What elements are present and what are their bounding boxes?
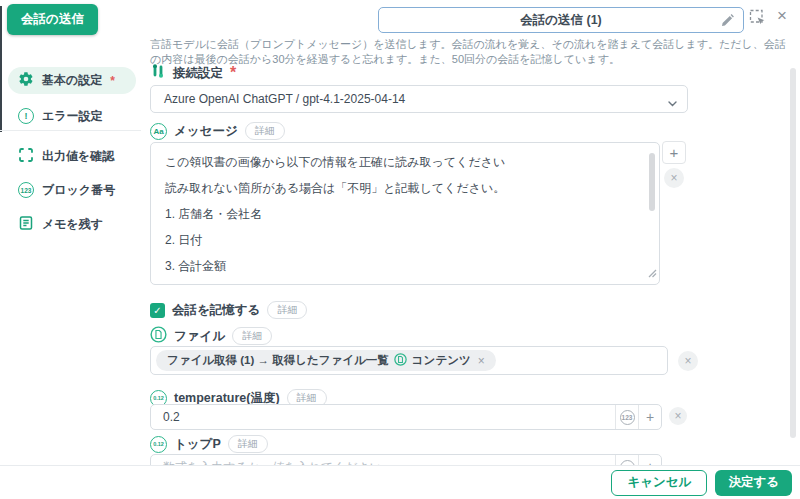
message-label: メッセージ (174, 123, 238, 140)
file-label-row: ファイル 詳細 (150, 326, 272, 346)
sidebar-divider (0, 130, 141, 131)
top-p-label-row: 0.12 トップP 詳細 (150, 434, 268, 454)
sidebar-item-label: 出力値を確認 (42, 148, 114, 165)
remove-temperature-button[interactable]: × (669, 407, 687, 425)
detail-badge[interactable]: 詳細 (232, 327, 272, 345)
add-message-button[interactable]: + (662, 141, 686, 164)
sidebar-item-label: 基本の設定 (42, 72, 102, 89)
gear-icon (18, 71, 34, 90)
sidebar-item-check-output[interactable]: 出力値を確認 (8, 145, 114, 167)
connection-select[interactable]: Azure OpenAI ChatGPT / gpt-4.1-2025-04-1… (150, 85, 688, 113)
block-title-input[interactable]: 会話の送信 (1) (378, 7, 744, 33)
file-label: ファイル (174, 328, 225, 345)
output-corners-icon (18, 147, 34, 166)
sidebar-item-error-settings[interactable]: ! エラー設定 (8, 105, 103, 127)
connection-icon (150, 63, 166, 83)
message-textarea[interactable]: この領収書の画像から以下の情報を正確に読み取ってください 読み取れない箇所がある… (150, 142, 660, 285)
detail-badge[interactable]: 詳細 (228, 435, 268, 453)
sidebar-item-label: メモを残す (42, 216, 103, 233)
dialog-scrollbar-thumb[interactable] (790, 68, 796, 438)
connection-label-row: 接続設定 * (150, 63, 236, 83)
connection-selected-value: Azure OpenAI ChatGPT / gpt-4.1-2025-04-1… (164, 92, 405, 106)
file-circle-icon (150, 326, 167, 347)
block-description: 言語モデルに会話（プロンプトメッセージ）を送信します。会話の流れを覚え、その流れ… (150, 37, 796, 67)
required-asterisk: * (230, 64, 236, 82)
select-block-icon[interactable] (749, 9, 767, 31)
detail-badge[interactable]: 詳細 (245, 122, 285, 140)
sidebar-item-block-number[interactable]: 123 ブロック番号 (8, 179, 115, 201)
chevron-down-icon (668, 96, 677, 110)
formula-123-button[interactable]: 123 (615, 405, 638, 429)
remove-token-icon[interactable]: × (478, 354, 485, 368)
decimal-012-icon: 0.12 (150, 436, 167, 453)
memo-icon (18, 215, 34, 234)
sidebar-item-label: ブロック番号 (42, 182, 115, 199)
edit-title-pencil-icon[interactable] (721, 13, 735, 30)
token-text: ファイル取得 (1) → 取得したファイル一覧 (167, 353, 389, 368)
block-title-text: 会話の送信 (1) (520, 12, 602, 29)
cancel-button[interactable]: キャンセル (611, 470, 707, 496)
temperature-value: 0.2 (151, 410, 615, 424)
connection-label: 接続設定 (173, 65, 223, 82)
add-temperature-button[interactable]: + (638, 405, 661, 429)
detail-badge[interactable]: 詳細 (267, 301, 307, 319)
required-asterisk: * (110, 74, 115, 88)
message-text: この領収書の画像から以下の情報を正確に読み取ってください 読み取れない箇所がある… (165, 149, 643, 285)
background-canvas-edge (0, 6, 2, 132)
error-exclamation-icon: ! (18, 108, 34, 124)
text-aa-icon: Aa (150, 123, 167, 140)
top-p-label: トップP (174, 436, 221, 453)
submit-button[interactable]: 決定する (715, 470, 792, 496)
remember-row: ✓ 会話を記憶する 詳細 (150, 300, 307, 320)
file-icon (394, 353, 407, 368)
sidebar-item-label: エラー設定 (42, 108, 103, 125)
message-label-row: Aa メッセージ 詳細 (150, 121, 285, 141)
sidebar-item-basic-settings[interactable]: 基本の設定 * (8, 67, 136, 94)
remove-file-button[interactable]: × (678, 351, 698, 371)
resize-handle-icon[interactable] (648, 264, 657, 282)
gray-123-icon: 123 (620, 410, 635, 425)
check-icon: ✓ (153, 305, 161, 316)
block-settings-modal: 会話の送信 会話の送信 (1) × 言語モデルに会話（プロンプトメッセージ）を送… (0, 0, 800, 499)
temperature-input[interactable]: 0.2 123 + (150, 404, 662, 430)
textarea-scrollbar-thumb[interactable] (649, 153, 655, 211)
token-suffix-text: コンテンツ (412, 353, 471, 368)
remember-label: 会話を記憶する (172, 302, 260, 319)
sidebar-item-leave-memo[interactable]: メモを残す (8, 213, 103, 235)
modal-footer: キャンセル 決定する (0, 465, 800, 499)
close-icon[interactable]: × (772, 5, 792, 27)
block-type-tab[interactable]: 会話の送信 (7, 4, 98, 35)
number-123-icon: 123 (18, 182, 34, 198)
file-token-chip[interactable]: ファイル取得 (1) → 取得したファイル一覧 コンテンツ × (156, 350, 496, 371)
remember-checkbox[interactable]: ✓ (150, 303, 165, 318)
remove-message-button[interactable]: × (664, 168, 684, 188)
file-input[interactable]: ファイル取得 (1) → 取得したファイル一覧 コンテンツ × (150, 346, 668, 375)
